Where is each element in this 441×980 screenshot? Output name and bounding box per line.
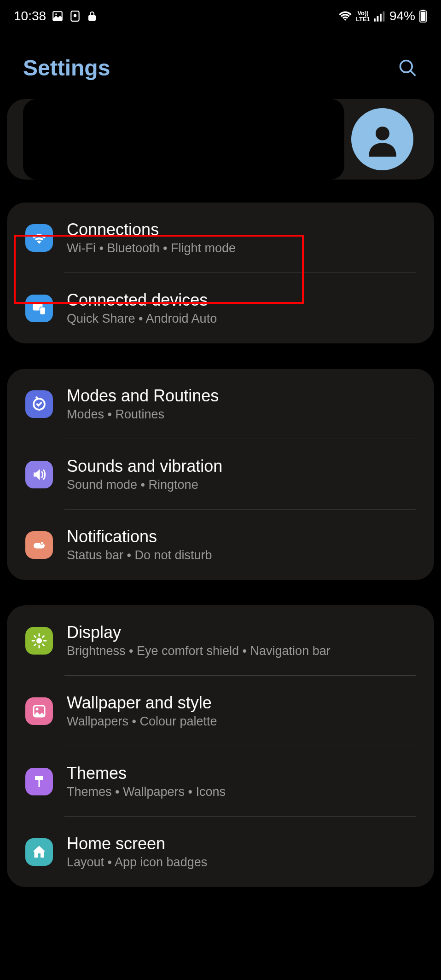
item-content: Connected devices Quick Share • Android …: [67, 290, 416, 326]
item-title: Display: [67, 623, 416, 642]
wifi-icon: [25, 224, 53, 252]
item-content: Themes Themes • Wallpapers • Icons: [67, 764, 416, 799]
svg-rect-10: [421, 12, 426, 21]
home-icon: [25, 838, 53, 866]
status-left: 10:38: [14, 9, 98, 23]
page-title: Settings: [23, 55, 110, 81]
notification-icon: [25, 531, 53, 559]
svg-point-3: [74, 14, 77, 17]
status-right: Vo)) LTE1 94%: [338, 9, 427, 23]
item-subtitle: Themes • Wallpapers • Icons: [67, 785, 416, 799]
item-content: Notifications Status bar • Do not distur…: [67, 527, 416, 562]
settings-item-wallpaper-style[interactable]: Wallpaper and style Wallpapers • Colour …: [7, 676, 434, 746]
svg-point-29: [36, 707, 39, 710]
header: Settings: [0, 32, 441, 99]
clock-text: 10:38: [14, 9, 46, 23]
battery-icon: [419, 10, 427, 23]
status-bar: 10:38 Vo)) LTE1 94%: [0, 0, 441, 32]
svg-line-25: [43, 644, 44, 645]
svg-line-27: [43, 636, 44, 637]
svg-rect-15: [40, 307, 46, 315]
lte-indicator: Vo)) LTE1: [356, 10, 370, 22]
signal-icon: [374, 11, 386, 22]
themes-icon: [25, 768, 53, 795]
svg-point-1: [55, 13, 57, 15]
settings-item-display[interactable]: Display Brightness • Eye comfort shield …: [7, 605, 434, 676]
settings-group: Display Brightness • Eye comfort shield …: [7, 605, 434, 887]
item-subtitle: Wi-Fi • Bluetooth • Flight mode: [67, 241, 416, 255]
search-button[interactable]: [398, 58, 418, 78]
profile-inner-placeholder: [23, 99, 344, 180]
settings-item-home-screen[interactable]: Home screen Layout • App icon badges: [7, 817, 434, 887]
svg-point-19: [36, 638, 42, 644]
item-title: Connected devices: [67, 290, 416, 310]
svg-point-13: [376, 126, 389, 140]
profile-card[interactable]: [7, 99, 434, 180]
svg-point-18: [41, 541, 43, 544]
wifi-icon: [338, 10, 352, 22]
item-subtitle: Layout • App icon badges: [67, 855, 416, 870]
modes-icon: [25, 390, 53, 418]
settings-item-connected-devices[interactable]: Connected devices Quick Share • Android …: [7, 273, 434, 343]
svg-point-11: [400, 60, 412, 72]
item-title: Notifications: [67, 527, 416, 546]
brightness-icon: [25, 627, 53, 655]
svg-rect-4: [374, 18, 376, 22]
svg-rect-30: [35, 776, 43, 778]
item-content: Display Brightness • Eye comfort shield …: [67, 623, 416, 658]
item-title: Themes: [67, 764, 416, 783]
svg-line-26: [35, 644, 36, 645]
app-icon: [69, 10, 81, 22]
item-content: Home screen Layout • App icon badges: [67, 834, 416, 870]
settings-group: Modes and Routines Modes • Routines Soun…: [7, 369, 434, 580]
item-title: Wallpaper and style: [67, 693, 416, 713]
item-content: Sounds and vibration Sound mode • Ringto…: [67, 457, 416, 492]
item-title: Modes and Routines: [67, 386, 416, 406]
item-subtitle: Modes • Routines: [67, 407, 416, 422]
lock-icon: [87, 10, 98, 22]
avatar[interactable]: [351, 108, 413, 170]
svg-rect-7: [383, 12, 384, 22]
item-title: Home screen: [67, 834, 416, 853]
devices-icon: [25, 295, 53, 322]
svg-rect-6: [380, 14, 382, 22]
item-subtitle: Quick Share • Android Auto: [67, 312, 416, 326]
settings-item-sounds-vibration[interactable]: Sounds and vibration Sound mode • Ringto…: [7, 439, 434, 510]
item-subtitle: Wallpapers • Colour palette: [67, 714, 416, 729]
item-title: Sounds and vibration: [67, 457, 416, 476]
battery-text: 94%: [389, 9, 415, 23]
settings-item-connections[interactable]: Connections Wi-Fi • Bluetooth • Flight m…: [7, 203, 434, 273]
svg-line-24: [35, 636, 36, 637]
settings-item-notifications[interactable]: Notifications Status bar • Do not distur…: [7, 510, 434, 580]
wallpaper-icon: [25, 697, 53, 725]
sound-icon: [25, 461, 53, 488]
settings-group: Connections Wi-Fi • Bluetooth • Flight m…: [7, 203, 434, 343]
item-content: Wallpaper and style Wallpapers • Colour …: [67, 693, 416, 729]
item-subtitle: Status bar • Do not disturb: [67, 548, 416, 562]
svg-line-12: [411, 70, 416, 75]
item-content: Connections Wi-Fi • Bluetooth • Flight m…: [67, 220, 416, 255]
item-title: Connections: [67, 220, 416, 239]
settings-item-modes-routines[interactable]: Modes and Routines Modes • Routines: [7, 369, 434, 439]
settings-item-themes[interactable]: Themes Themes • Wallpapers • Icons: [7, 746, 434, 817]
image-icon: [52, 10, 64, 22]
item-subtitle: Brightness • Eye comfort shield • Naviga…: [67, 644, 416, 658]
svg-rect-5: [377, 16, 378, 22]
item-subtitle: Sound mode • Ringtone: [67, 478, 416, 492]
item-content: Modes and Routines Modes • Routines: [67, 386, 416, 422]
